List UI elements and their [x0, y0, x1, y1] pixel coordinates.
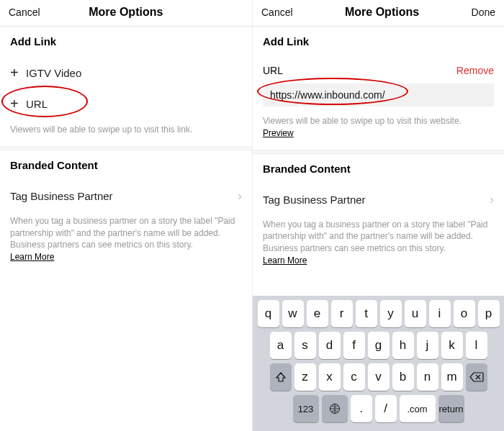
add-link-section: Add Link [0, 27, 252, 58]
key-f[interactable]: f [343, 332, 365, 359]
key-o[interactable]: o [454, 300, 475, 327]
url-label: URL [263, 65, 283, 76]
hint-text: Viewers will be able to swipe up to visi… [263, 116, 462, 126]
done-button[interactable]: Done [472, 6, 495, 18]
branded-hint-text: When you tag a business partner on a sto… [10, 216, 235, 250]
key-e[interactable]: e [307, 300, 328, 327]
tag-business-partner-row[interactable]: Tag Business Partner › [0, 181, 252, 211]
right-panel: Cancel More Options Done Add Link URL Re… [252, 0, 504, 431]
key-g[interactable]: g [368, 332, 390, 359]
key-y[interactable]: y [380, 300, 402, 327]
keyboard-row-2: a s d f g h j k l [256, 332, 501, 359]
add-link-section: Add Link [253, 27, 504, 58]
key-i[interactable]: i [429, 300, 451, 327]
return-key[interactable]: return [438, 395, 464, 422]
cancel-button[interactable]: Cancel [261, 6, 293, 18]
key-v[interactable]: v [368, 363, 390, 391]
url-row[interactable]: + URL [0, 89, 252, 119]
plus-icon: + [10, 96, 26, 112]
branded-hint: When you tag a business partner on a sto… [0, 211, 252, 273]
key-h[interactable]: h [392, 332, 414, 359]
key-d[interactable]: d [319, 332, 341, 359]
keyboard-row-1: q w e r t y u i o p [256, 300, 501, 327]
key-u[interactable]: u [405, 300, 426, 327]
learn-more-link[interactable]: Learn More [263, 255, 307, 266]
url-label: URL [26, 98, 48, 110]
shift-icon [275, 371, 287, 383]
url-label-row: URL Remove [253, 58, 504, 79]
branded-title: Branded Content [263, 163, 494, 175]
key-c[interactable]: c [343, 363, 365, 391]
url-input[interactable] [263, 83, 494, 106]
cancel-button[interactable]: Cancel [9, 6, 40, 18]
url-input-wrap [253, 79, 504, 111]
key-s[interactable]: s [294, 332, 316, 359]
tag-label: Tag Business Partner [10, 190, 113, 202]
keyboard-row-3: z x c v b n m [256, 363, 501, 391]
key-com[interactable]: .com [400, 395, 436, 422]
branded-hint: When you tag a business partner on a sto… [253, 214, 504, 277]
plus-icon: + [10, 65, 26, 81]
backspace-key[interactable] [466, 363, 487, 391]
tag-business-partner-row[interactable]: Tag Business Partner › [253, 185, 504, 214]
key-w[interactable]: w [282, 300, 304, 327]
backspace-icon [469, 372, 484, 382]
page-title: More Options [89, 6, 163, 19]
key-z[interactable]: z [294, 363, 316, 391]
page-title: More Options [345, 6, 419, 19]
globe-key[interactable] [322, 395, 348, 422]
header: Cancel More Options Done [253, 0, 504, 27]
add-link-title: Add Link [10, 35, 242, 47]
left-panel: Cancel More Options Add Link + IGTV Vide… [0, 0, 252, 431]
key-a[interactable]: a [270, 332, 292, 359]
key-r[interactable]: r [331, 300, 353, 327]
header: Cancel More Options [0, 0, 252, 27]
branded-content-section: Branded Content [253, 154, 504, 185]
add-link-hint: Viewers will be able to swipe up to visi… [253, 111, 504, 150]
keyboard-row-fn: 123 . / .com return [256, 395, 501, 422]
key-q[interactable]: q [258, 300, 279, 327]
branded-title: Branded Content [10, 159, 242, 171]
remove-button[interactable]: Remove [456, 65, 494, 76]
branded-content-section: Branded Content [0, 150, 252, 181]
chevron-right-icon: › [238, 189, 242, 204]
key-x[interactable]: x [319, 363, 341, 391]
shift-key[interactable] [270, 363, 292, 391]
keyboard: q w e r t y u i o p a s d f g h j k l [253, 296, 504, 431]
key-n[interactable]: n [417, 363, 438, 391]
learn-more-link[interactable]: Learn More [10, 252, 54, 262]
key-slash[interactable]: / [375, 395, 397, 422]
key-j[interactable]: j [417, 332, 438, 359]
globe-icon [329, 403, 341, 414]
preview-link[interactable]: Preview [263, 128, 294, 138]
key-b[interactable]: b [392, 363, 414, 391]
key-dot[interactable]: . [351, 395, 372, 422]
key-t[interactable]: t [356, 300, 377, 327]
numbers-key[interactable]: 123 [293, 395, 319, 422]
add-link-title: Add Link [263, 35, 494, 47]
add-link-hint: Viewers will be able to swipe up to visi… [0, 119, 252, 146]
branded-hint-text: When you tag a business partner on a sto… [263, 219, 487, 254]
key-l[interactable]: l [466, 332, 487, 359]
key-m[interactable]: m [441, 363, 463, 391]
igtv-video-row[interactable]: + IGTV Video [0, 58, 252, 89]
key-k[interactable]: k [441, 332, 463, 359]
key-p[interactable]: p [478, 300, 500, 327]
igtv-label: IGTV Video [26, 67, 81, 79]
chevron-right-icon: › [490, 192, 494, 207]
tag-label: Tag Business Partner [263, 194, 366, 206]
